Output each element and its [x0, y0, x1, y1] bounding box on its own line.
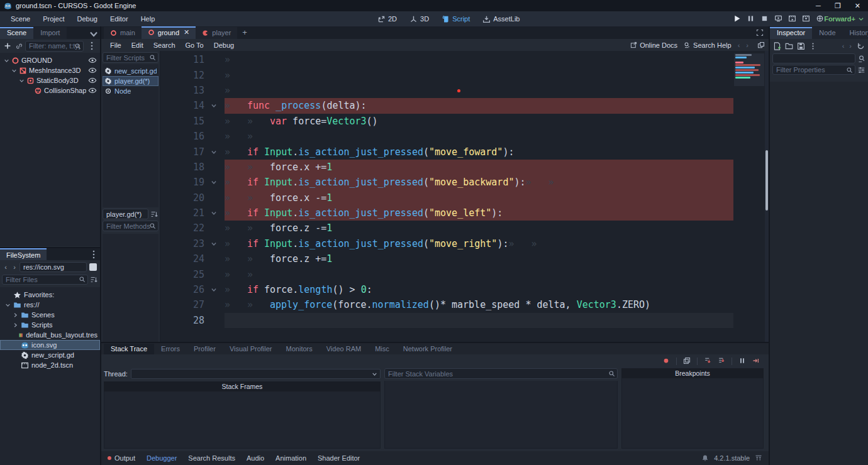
scrollbar-grabber[interactable] [765, 150, 768, 211]
script-menu-go-to[interactable]: Go To [181, 40, 209, 50]
script-item-new-script-gd[interactable]: new_script.gd [103, 66, 159, 76]
pause-button[interactable] [747, 14, 755, 24]
code-line-22[interactable]: 22»»force.z -=1 [160, 221, 733, 236]
dock-tab-import[interactable]: Import [33, 27, 67, 39]
console-toggle-icon[interactable] [755, 454, 762, 462]
resource-menu-icon[interactable] [809, 42, 817, 50]
code-line-18[interactable]: 18»»force.x +=1 [160, 160, 733, 175]
maximize-button[interactable]: ❐ [835, 0, 841, 11]
fold-icon[interactable] [211, 210, 217, 216]
save-resource-icon[interactable] [797, 42, 805, 50]
scene-tab-main[interactable]: main [104, 27, 142, 39]
code-line-27[interactable]: 27»»apply_force(force.normalized()* marb… [160, 297, 733, 312]
script-menu-search[interactable]: Search [148, 40, 181, 50]
make-floating-icon[interactable] [757, 41, 765, 49]
code-line-16[interactable]: 16»» [160, 129, 733, 144]
fs-item-new-script-gd[interactable]: new_script.gd [0, 350, 100, 360]
script-menu-edit[interactable]: Edit [126, 40, 148, 50]
bottom-tab-animation[interactable]: Animation [275, 454, 306, 462]
play-custom-scene-button[interactable] [802, 14, 810, 24]
fold-icon[interactable] [211, 287, 217, 293]
fs-back-button[interactable]: ‹ [2, 263, 9, 271]
record-button[interactable] [662, 357, 670, 366]
history-icon[interactable] [857, 42, 865, 50]
add-node-button[interactable] [3, 41, 12, 50]
code-line-17[interactable]: 17»if Input.is_action_just_pressed("move… [160, 144, 733, 159]
inspector-tab-history[interactable]: History [843, 27, 868, 39]
code-line-14[interactable]: 14»func _process(delta): [160, 98, 733, 113]
scene-node-ground[interactable]: GROUND [0, 55, 100, 65]
fold-icon[interactable] [211, 102, 217, 109]
debugger-tab-video-ram[interactable]: Video RAM [320, 344, 368, 354]
bottom-tab-shader-editor[interactable]: Shader Editor [318, 454, 360, 462]
filter-properties-input[interactable] [772, 65, 855, 75]
debugger-tab-stack-trace[interactable]: Stack Trace [104, 344, 154, 354]
code-line-28[interactable]: 28 [160, 313, 733, 328]
debugger-tab-misc[interactable]: Misc [368, 344, 396, 354]
bottom-tab-audio[interactable]: Audio [247, 454, 264, 462]
fs-filter-input[interactable] [2, 275, 88, 285]
bottom-tab-output[interactable]: Output [108, 454, 135, 462]
filesystem-tab[interactable]: FileSystem [0, 248, 47, 260]
scene-menu-icon[interactable] [87, 41, 97, 51]
script-item-node[interactable]: Node [103, 86, 159, 96]
workspace-3d-button[interactable]: 3D [404, 13, 434, 25]
fs-sort-icon[interactable] [89, 275, 98, 284]
inspector-forward-button[interactable]: › [849, 42, 852, 50]
new-tab-button[interactable]: + [237, 26, 252, 39]
inspector-tab-inspector[interactable]: Inspector [770, 27, 812, 39]
movie-maker-button[interactable] [816, 14, 824, 24]
code-line-20[interactable]: 20»»force.x -=1 [160, 190, 733, 205]
fs-item-res-[interactable]: res:// [0, 300, 100, 310]
collapse-icon[interactable] [19, 78, 25, 84]
code-line-13[interactable]: 13» [160, 83, 733, 98]
bottom-tab-search-results[interactable]: Search Results [188, 454, 235, 462]
scene-node-staticbody3d[interactable]: StaticBody3D [0, 75, 100, 85]
play-scene-button[interactable] [788, 14, 796, 24]
expand-icon[interactable] [13, 322, 18, 328]
visibility-eye-icon[interactable] [88, 56, 97, 65]
scene-tab-player[interactable]: player [196, 27, 237, 39]
fs-item-scenes[interactable]: Scenes [0, 310, 100, 320]
bottom-tab-debugger[interactable]: Debugger [147, 454, 177, 462]
remote-debug-button[interactable] [774, 14, 782, 24]
script-item-player-gd-[interactable]: player.gd(*) [103, 76, 159, 86]
inspector-tab-node[interactable]: Node [812, 27, 842, 39]
script-menu-file[interactable]: File [105, 40, 126, 50]
menu-scene[interactable]: Scene [5, 13, 36, 25]
play-button[interactable] [733, 14, 741, 24]
fs-path-field[interactable]: res://icon.svg [19, 262, 87, 272]
menu-project[interactable]: Project [37, 13, 70, 25]
visibility-eye-icon[interactable] [88, 76, 97, 85]
resource-name-field[interactable] [772, 53, 855, 63]
dock-tab-scene[interactable]: Scene [0, 27, 33, 39]
open-docs-icon[interactable] [857, 55, 865, 63]
menu-editor[interactable]: Editor [104, 13, 134, 25]
fold-icon[interactable] [211, 241, 217, 247]
scene-node-collisionshape3d[interactable]: CollisionShape3D [0, 85, 100, 96]
fs-display-mode-button[interactable] [89, 263, 97, 271]
filesystem-menu-icon[interactable] [89, 249, 99, 260]
debugger-tab-monitors[interactable]: Monitors [279, 344, 320, 354]
menu-debug[interactable]: Debug [71, 13, 103, 25]
visibility-eye-icon[interactable] [88, 86, 97, 95]
code-line-15[interactable]: 15»»var force=Vector3() [160, 114, 733, 129]
stop-button[interactable] [760, 14, 769, 24]
close-tab-icon[interactable]: ✕ [184, 28, 189, 36]
distraction-free-icon[interactable] [756, 29, 764, 36]
step-into-button[interactable] [704, 357, 711, 366]
workspace-assetlib-button[interactable]: AssetLib [477, 13, 525, 25]
code-line-21[interactable]: 21»if Input.is_action_just_pressed("move… [160, 205, 733, 221]
online-docs-button[interactable]: Online Docs [630, 41, 677, 49]
fs-item-default-bus-layout-tres[interactable]: default_bus_layout.tres [0, 330, 100, 340]
code-line-11[interactable]: 11» [160, 52, 733, 67]
code-editor[interactable]: 11»12»13»14»func _process(delta):15»»var… [160, 51, 769, 344]
code-line-12[interactable]: 12» [160, 67, 733, 82]
fs-item-node-2d-tscn[interactable]: node_2d.tscn [0, 360, 100, 370]
scene-node-meshinstance3d[interactable]: MeshInstance3D [0, 65, 100, 75]
copy-button[interactable] [683, 357, 691, 366]
close-button[interactable]: ✕ [855, 0, 860, 11]
debugger-tab-errors[interactable]: Errors [154, 344, 187, 354]
search-help-button[interactable]: Search Help [684, 41, 732, 49]
code-line-26[interactable]: 26»if force.length() > 0: [160, 282, 733, 297]
